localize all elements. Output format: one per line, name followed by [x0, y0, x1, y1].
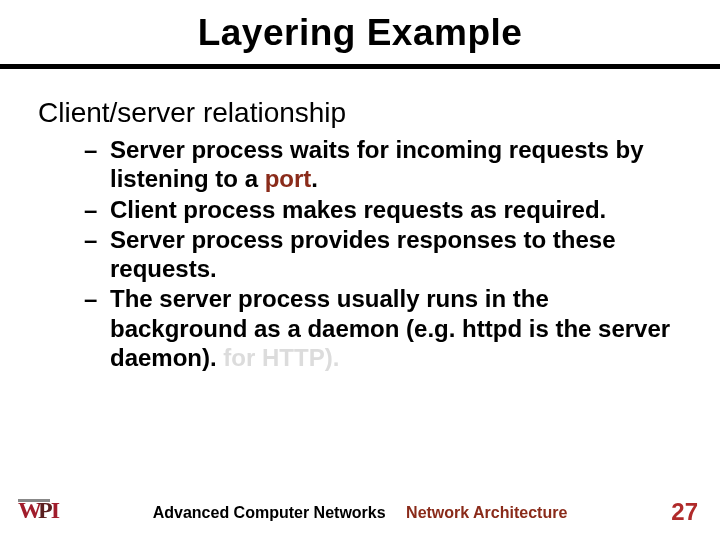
bullet-list: Server process waits for incoming reques… [38, 135, 682, 372]
bullet-item: Client process makes requests as require… [90, 195, 682, 224]
content-area: Client/server relationship Server proces… [0, 69, 720, 372]
bullet-item: Server process waits for incoming reques… [90, 135, 682, 194]
section-heading: Client/server relationship [38, 97, 682, 129]
faded-text: for HTTP). [217, 344, 340, 371]
page-number: 27 [671, 498, 698, 526]
bullet-text: Server process waits for incoming reques… [110, 136, 644, 192]
bullet-item: Server process provides responses to the… [90, 225, 682, 284]
slide-title: Layering Example [0, 12, 720, 54]
course-name: Advanced Computer Networks [153, 504, 386, 521]
bullet-text: . [311, 165, 318, 192]
title-bar: Layering Example [0, 0, 720, 69]
bullet-text: The server process usually runs in the b… [110, 285, 670, 371]
topic-name: Network Architecture [406, 504, 567, 521]
bullet-text: Client process makes requests as require… [110, 196, 606, 223]
keyword-port: port [265, 165, 312, 192]
bullet-item: The server process usually runs in the b… [90, 284, 682, 372]
footer-center: Advanced Computer Networks Network Archi… [0, 504, 720, 522]
footer: W P I Advanced Computer Networks Network… [0, 492, 720, 526]
bullet-text: Server process provides responses to the… [110, 226, 616, 282]
